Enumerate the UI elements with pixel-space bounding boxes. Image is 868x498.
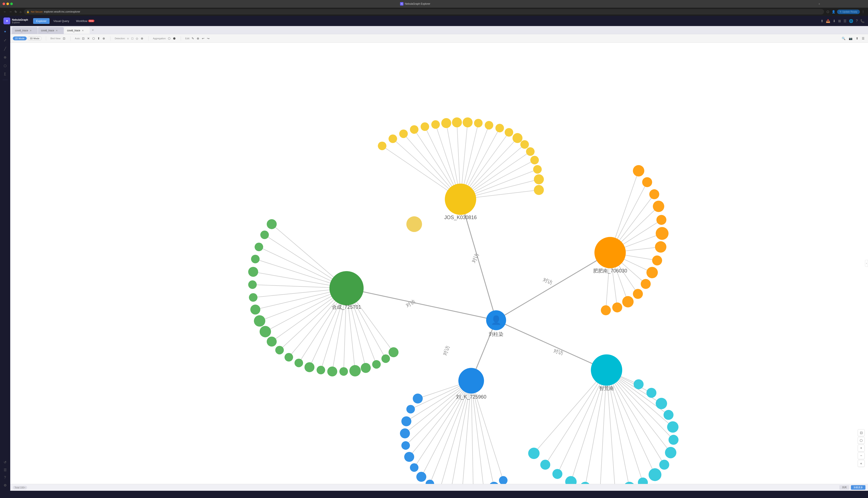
back-button[interactable]: ← [2,9,7,14]
agg-btn-2[interactable]: ⬢ [172,36,176,41]
bird-view-btn[interactable]: ⊡ [62,36,66,41]
redo-button[interactable]: ↪ [206,36,210,41]
auto-btn-5[interactable]: ⊕ [102,36,106,41]
url-text: explorer.vesoft-inc.com/explorer [44,10,80,13]
detect-btn-1[interactable]: ○ [126,36,130,41]
home-button[interactable]: ⌂ [19,9,22,14]
sidebar-item-history[interactable]: ↺ [1,458,9,466]
collapse-button[interactable]: « [858,460,865,467]
minimize-traffic-light[interactable] [7,2,9,5]
svg-point-138 [634,379,644,389]
tab-1-close[interactable]: ✕ [30,29,31,32]
nav-explorer[interactable]: Explorer [33,18,49,24]
auto-btn-2[interactable]: ✕ [86,36,91,41]
app-tab-1[interactable]: covid_trace ✕ [12,27,38,34]
svg-point-193 [458,368,484,393]
settings-button[interactable]: ⋮ [861,9,866,14]
svg-point-115 [641,279,651,289]
svg-point-70 [260,231,269,239]
undo-button[interactable]: ↩ [201,36,205,41]
export-button[interactable]: ⬆ [855,36,859,41]
detect-btn-4[interactable]: ⊕ [140,36,144,41]
fit-icon: ⊡ [860,431,863,435]
svg-point-117 [622,296,634,307]
tab-3-close[interactable]: ✕ [82,29,84,32]
logo-area: ✦ NebulaGraph Explorer [3,17,28,24]
svg-text:合成_725701: 合成_725701 [332,304,361,310]
language-icon[interactable]: 🌐 [849,19,853,23]
close-button[interactable]: 关闭 [839,485,849,490]
svg-text:肥肥南_706030: 肥肥南_706030 [593,268,627,274]
auto-label: Auto: [75,37,80,40]
grid-icon[interactable]: ⊞ [838,19,841,23]
update-ready-button[interactable]: ↻ Update Ready [837,10,860,14]
search-button[interactable]: 🔍 [841,36,846,41]
close-traffic-light[interactable] [2,2,5,5]
svg-point-88 [361,363,371,373]
tab-2-close[interactable]: ✕ [56,29,58,32]
menu-icon[interactable]: ☰ [843,19,846,23]
svg-text:刘_K_725960: 刘_K_725960 [456,394,486,399]
graph-canvas[interactable]: /* rendered below */ [10,43,868,484]
upload-icon[interactable]: ⬇ [833,19,835,23]
help-icon[interactable]: ? [856,19,858,23]
auto-btn-3[interactable]: ⬡ [91,36,96,41]
sidebar-item-help[interactable]: ? [1,474,9,481]
camera-button[interactable]: 📷 [848,36,853,41]
extensions-button[interactable]: ⬡ [826,9,830,14]
svg-point-140 [656,398,667,409]
app-tab-2[interactable]: covid_trace ✕ [38,27,64,34]
forward-button[interactable]: → [8,9,13,14]
maximize-traffic-light[interactable] [10,2,13,5]
svg-point-80 [275,346,284,354]
reload-button[interactable]: ↻ [14,9,18,14]
sidebar-item-hex[interactable]: ⬡ [1,62,9,69]
sidebar-item-settings[interactable]: ⚙ [1,481,9,489]
share-icon[interactable]: ⬆ [820,19,824,23]
auto-btn-1[interactable]: ⊡ [81,36,86,41]
detect-btn-3[interactable]: ◇ [135,36,139,41]
node-fit-button[interactable]: ⬡ [858,437,865,444]
svg-point-73 [248,267,258,277]
profile-button[interactable]: 👤 [831,9,836,14]
svg-point-37 [496,124,504,132]
address-bar[interactable]: 🔒 Not Secure explorer.vesoft-inc.com/exp… [24,9,824,14]
fit-graph-button[interactable]: ⊡ [858,429,865,436]
svg-point-174 [401,416,411,426]
detect-btn-2[interactable]: □ [130,36,134,41]
svg-point-90 [381,354,390,363]
zoom-out-button[interactable]: − [858,453,865,459]
svg-text:智荒南: 智荒南 [599,385,614,391]
sidebar-item-line[interactable]: ╱ [1,45,9,52]
load-more-button[interactable]: 加载更多 [851,485,866,490]
nav-visual-query[interactable]: Visual Query [50,18,72,24]
download-icon[interactable]: 📥 [826,19,830,23]
agg-btn-1[interactable]: ⬡ [167,36,171,41]
app-tab-3[interactable]: covid_trace ✕ [64,27,90,34]
3d-mode-button[interactable]: 3D Mode [27,36,42,41]
svg-rect-0 [118,43,760,484]
detection-group: Detection: ○ □ ◇ ⊕ [115,36,144,41]
2d-mode-button[interactable]: 2D Mode [13,37,27,40]
edit-btn-2[interactable]: ⊕ [196,36,200,41]
sidebar-item-graph[interactable]: ✦ [1,28,9,36]
sep3 [110,36,111,41]
node-icon: ⬡ [860,438,863,443]
svg-point-31 [431,120,440,129]
sidebar-item-magic[interactable]: ⊕ [1,53,9,61]
edit-btn-1[interactable]: ✎ [191,36,195,41]
add-graph-tab-button[interactable]: + [90,28,95,32]
sidebar-item-share[interactable]: ⤢ [1,36,9,44]
sidebar-item-sigma[interactable]: Σ [1,70,9,78]
table-button[interactable]: ☰ [861,36,866,41]
auto-btn-4[interactable]: ⬆ [97,36,101,41]
svg-point-113 [652,255,662,265]
nav-workflow[interactable]: Workflow Beta [73,18,98,24]
phone-icon[interactable]: 📞 [860,19,865,23]
svg-text:👤: 👤 [491,315,501,325]
sidebar-item-list[interactable]: ☰ [1,466,9,474]
nav-controls: ← → ↻ ⌂ [2,9,22,14]
zoom-in-button[interactable]: + [858,445,865,451]
right-panel-toggle[interactable]: ‹ [865,260,868,267]
add-tab-button[interactable]: + [818,1,821,6]
